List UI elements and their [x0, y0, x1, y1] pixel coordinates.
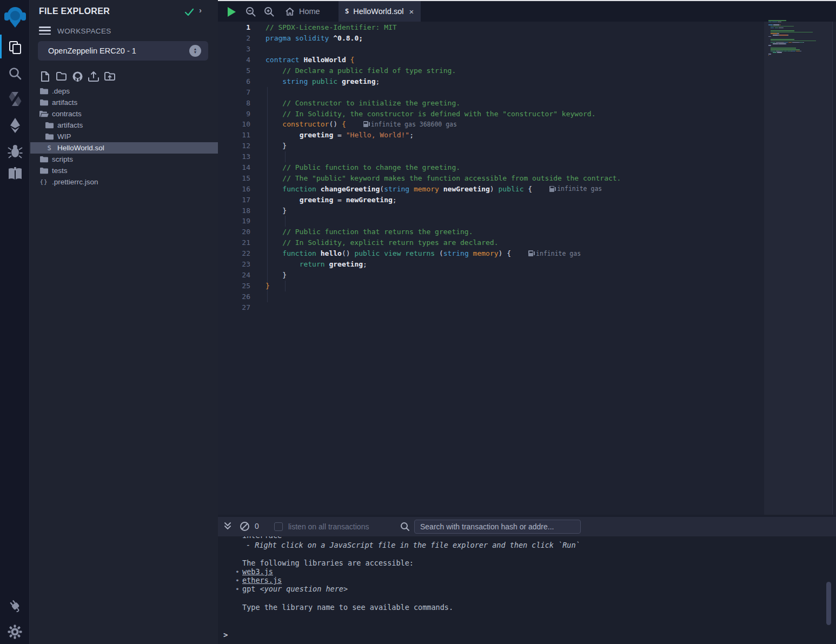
code-line[interactable]: 4contract HelloWorld { [218, 55, 764, 65]
minimap-line [768, 51, 801, 52]
code-line[interactable]: 21 // In Solidity, explicit return types… [218, 237, 764, 248]
minimap-line [768, 36, 771, 37]
workspace-sort-icon[interactable]: ▲▼ [189, 45, 201, 57]
tree-item-label: contracts [52, 110, 82, 118]
code-line[interactable]: 27 [218, 302, 764, 313]
code-line[interactable]: 8 // Constructor to initialize the greet… [218, 97, 764, 108]
code-line[interactable]: 15 // The "public" keyword makes the fun… [218, 172, 764, 183]
tree-item-tests[interactable]: tests [30, 165, 218, 176]
code-lines: 1// SPDX-License-Identifier: MIT2pragma … [218, 22, 764, 313]
code-line[interactable]: 3 [218, 44, 764, 55]
code-text: // The "public" keyword makes the functi… [250, 174, 621, 182]
code-text: // In Solidity, the constructor is defin… [250, 110, 596, 118]
terminal-header: 0 listen on all transactions [218, 517, 836, 536]
upload-folder-icon[interactable] [104, 70, 116, 83]
line-number: 11 [218, 131, 250, 139]
code-line[interactable]: 24 } [218, 269, 764, 280]
code-line[interactable]: 18 } [218, 205, 764, 216]
minimap-line [768, 48, 796, 49]
workspace-select[interactable]: OpenZeppelin ERC20 - 1 ▲▼ [38, 41, 208, 61]
line-number: 17 [218, 196, 250, 204]
terminal-search-input[interactable] [414, 520, 581, 534]
code-line[interactable]: 23 return greeting; [218, 259, 764, 270]
listen-transactions-checkbox[interactable] [274, 522, 283, 531]
checkmark-icon[interactable] [184, 7, 195, 17]
file-tree: .depsartifactscontractsartifactsWIPSHell… [30, 85, 218, 188]
file-explorer-icon[interactable] [0, 39, 30, 55]
code-line[interactable]: 20 // Public function that returns the g… [218, 227, 764, 237]
gas-pump-icon [549, 186, 554, 192]
code-editor[interactable]: 1// SPDX-License-Identifier: MIT2pragma … [218, 22, 764, 515]
chevron-right-icon[interactable]: › [199, 5, 202, 15]
zoom-in-icon[interactable] [264, 6, 275, 17]
code-line[interactable]: 5 // Declare a public field of type stri… [218, 65, 764, 76]
workspace-selected-value: OpenZeppelin ERC20 - 1 [48, 47, 136, 55]
zoom-out-icon[interactable] [246, 6, 256, 17]
code-line[interactable]: 17 greeting = newGreeting; [218, 194, 764, 205]
code-line[interactable]: 1// SPDX-License-Identifier: MIT [218, 22, 764, 33]
minimap[interactable] [768, 20, 822, 85]
upload-file-icon[interactable] [88, 70, 99, 83]
workspaces-menu-icon[interactable] [39, 26, 51, 35]
panel-title: FILE EXPLORER [39, 6, 110, 16]
tree-item-wip[interactable]: WIP [30, 131, 218, 142]
search-icon[interactable] [0, 65, 30, 82]
tree-item-artifacts[interactable]: artifacts [30, 97, 218, 108]
folder-icon [44, 122, 54, 129]
tree-item-artifacts[interactable]: artifacts [30, 119, 218, 131]
line-number: 22 [218, 249, 250, 257]
tree-item-helloworld-sol[interactable]: SHelloWorld.sol [30, 142, 218, 154]
plugin-manager-icon[interactable] [0, 597, 30, 614]
terminal-link[interactable]: web3.js [242, 567, 273, 576]
run-script-button[interactable] [228, 7, 236, 17]
code-line[interactable]: 16 function changeGreeting(string memory… [218, 183, 764, 194]
tab-home[interactable]: Home [278, 1, 327, 22]
tree-item-contracts[interactable]: contracts [30, 108, 218, 119]
clear-console-icon[interactable] [240, 521, 250, 532]
minimap-line [768, 42, 804, 43]
code-line[interactable]: 9 // In Solidity, the constructor is def… [218, 108, 764, 119]
terminal-link[interactable]: ethers.js [242, 576, 282, 585]
minimap-line [768, 43, 786, 44]
tree-item-scripts[interactable]: scripts [30, 154, 218, 165]
settings-icon[interactable] [0, 623, 30, 640]
code-line[interactable]: 12 } [218, 141, 764, 151]
code-line[interactable]: 2pragma solidity ^0.8.0; [218, 33, 764, 44]
code-line[interactable]: 13 [218, 151, 764, 162]
line-number: 27 [218, 303, 250, 311]
clone-github-icon[interactable] [71, 70, 83, 83]
gas-estimate-annotation: infinite gas [528, 250, 581, 257]
new-file-icon[interactable] [39, 70, 51, 83]
new-folder-icon[interactable] [55, 70, 67, 83]
line-number: 14 [218, 163, 250, 171]
debugger-icon[interactable] [0, 143, 30, 160]
code-line[interactable]: 10 constructor() {infinite gas 368600 ga… [218, 119, 764, 130]
code-line[interactable]: 7 [218, 87, 764, 97]
code-line[interactable]: 19 [218, 216, 764, 227]
line-number: 2 [218, 34, 250, 42]
deploy-run-icon[interactable] [0, 117, 30, 134]
close-tab-icon[interactable]: × [409, 7, 414, 16]
learn-icon[interactable] [0, 165, 30, 182]
code-text: } [250, 282, 270, 290]
code-line[interactable]: 22 function hello() public view returns … [218, 248, 764, 259]
code-line[interactable]: 26 [218, 291, 764, 302]
remix-logo-icon[interactable] [0, 4, 30, 29]
line-number: 9 [218, 110, 250, 118]
tree-item--deps[interactable]: .deps [30, 85, 218, 97]
editor-tabbar: Home S HelloWorld.sol × [218, 1, 836, 22]
scrollbar-track[interactable] [833, 22, 836, 515]
code-line[interactable]: 14 // Public function to change the gree… [218, 162, 764, 173]
terminal-scrollbar-thumb[interactable] [826, 582, 831, 625]
code-line[interactable]: 11 greeting = "Hello, World!"; [218, 130, 764, 141]
code-line[interactable]: 25} [218, 280, 764, 291]
gas-pump-icon [528, 250, 533, 256]
terminal-prompt[interactable]: > [223, 630, 228, 639]
code-line[interactable]: 6 string public greeting; [218, 76, 764, 87]
code-text: function changeGreeting(string memory ne… [250, 185, 532, 193]
tree-item--prettierrc-json[interactable]: {}.prettierrc.json [30, 176, 218, 188]
code-text: function hello() public view returns (st… [250, 249, 511, 257]
tab-helloworld-sol[interactable]: S HelloWorld.sol × [339, 1, 421, 22]
expand-terminal-icon[interactable] [223, 522, 232, 531]
solidity-compiler-icon[interactable] [0, 90, 30, 108]
